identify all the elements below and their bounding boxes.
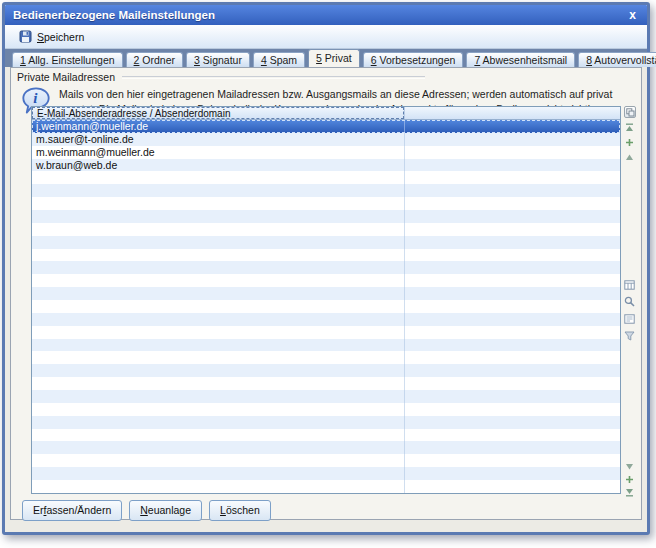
table-row[interactable] bbox=[32, 261, 620, 274]
empty-cell[interactable] bbox=[405, 467, 620, 480]
email-cell[interactable] bbox=[32, 390, 405, 403]
email-cell[interactable] bbox=[32, 261, 405, 274]
table-row[interactable] bbox=[32, 377, 620, 390]
email-cell[interactable] bbox=[32, 210, 405, 223]
table-row[interactable] bbox=[32, 480, 620, 493]
table-icon[interactable] bbox=[624, 279, 635, 290]
empty-cell[interactable] bbox=[405, 146, 620, 159]
search-icon[interactable] bbox=[624, 296, 635, 307]
email-cell[interactable] bbox=[32, 467, 405, 480]
empty-cell[interactable] bbox=[405, 274, 620, 287]
empty-cell[interactable] bbox=[405, 223, 620, 236]
empty-cell[interactable] bbox=[405, 171, 620, 184]
empty-cell[interactable] bbox=[405, 287, 620, 300]
table-row[interactable] bbox=[32, 351, 620, 364]
empty-cell[interactable] bbox=[405, 326, 620, 339]
table-row[interactable] bbox=[32, 416, 620, 429]
tab-6[interactable]: 6 Vorbesetzungen bbox=[363, 52, 464, 67]
table-row[interactable]: m.weinmann@mueller.de bbox=[32, 146, 620, 159]
empty-cell[interactable] bbox=[405, 197, 620, 210]
empty-cell[interactable] bbox=[405, 133, 620, 146]
email-cell[interactable] bbox=[32, 377, 405, 390]
empty-cell[interactable] bbox=[405, 339, 620, 352]
save-button[interactable]: Speichern bbox=[12, 27, 91, 46]
tab-7[interactable]: 7 Abwesenheitsmail bbox=[466, 52, 575, 67]
empty-cell[interactable] bbox=[405, 454, 620, 467]
email-cell[interactable] bbox=[32, 416, 405, 429]
email-cell[interactable] bbox=[32, 339, 405, 352]
email-cell[interactable] bbox=[32, 454, 405, 467]
empty-cell[interactable] bbox=[405, 313, 620, 326]
email-cell[interactable] bbox=[32, 300, 405, 313]
table-row[interactable]: m.sauer@t-online.de bbox=[32, 133, 620, 146]
table-row[interactable] bbox=[32, 403, 620, 416]
loeschen-button[interactable]: Löschen bbox=[209, 500, 271, 521]
scroll-up-icon[interactable] bbox=[624, 152, 635, 163]
table-row[interactable] bbox=[32, 210, 620, 223]
export-icon[interactable] bbox=[624, 313, 635, 324]
empty-cell[interactable] bbox=[405, 184, 620, 197]
email-cell[interactable] bbox=[32, 351, 405, 364]
email-cell[interactable] bbox=[32, 364, 405, 377]
empty-cell[interactable] bbox=[405, 261, 620, 274]
empty-cell[interactable] bbox=[405, 236, 620, 249]
tab-5[interactable]: 5 Privat bbox=[308, 49, 360, 67]
tab-4[interactable]: 4 Spam bbox=[253, 52, 305, 67]
table-row[interactable] bbox=[32, 326, 620, 339]
scroll-up-plus-icon[interactable] bbox=[624, 137, 635, 148]
neuanlage-button[interactable]: Neuanlage bbox=[129, 500, 202, 521]
empty-cell[interactable] bbox=[405, 480, 620, 493]
table-row[interactable] bbox=[32, 339, 620, 352]
empty-cell[interactable] bbox=[405, 300, 620, 313]
empty-cell[interactable] bbox=[405, 249, 620, 262]
table-row[interactable] bbox=[32, 390, 620, 403]
table-row[interactable] bbox=[32, 364, 620, 377]
table-row[interactable] bbox=[32, 429, 620, 442]
filter-icon[interactable] bbox=[624, 330, 635, 341]
table-row[interactable] bbox=[32, 236, 620, 249]
copy-icon[interactable] bbox=[624, 106, 636, 118]
table-row[interactable]: w.braun@web.de bbox=[32, 159, 620, 172]
email-cell[interactable] bbox=[32, 429, 405, 442]
email-cell[interactable] bbox=[32, 441, 405, 454]
empty-cell[interactable] bbox=[405, 377, 620, 390]
scroll-down-icon[interactable] bbox=[624, 461, 635, 472]
close-icon[interactable]: x bbox=[626, 9, 639, 21]
table-row[interactable] bbox=[32, 249, 620, 262]
empty-cell[interactable] bbox=[405, 210, 620, 223]
empty-cell[interactable] bbox=[405, 390, 620, 403]
empty-cell[interactable] bbox=[405, 351, 620, 364]
table-row[interactable] bbox=[32, 313, 620, 326]
email-cell[interactable]: m.weinmann@mueller.de bbox=[32, 146, 405, 159]
email-cell[interactable] bbox=[32, 236, 405, 249]
email-cell[interactable] bbox=[32, 313, 405, 326]
empty-cell[interactable] bbox=[405, 416, 620, 429]
empty-cell[interactable] bbox=[405, 441, 620, 454]
scroll-to-bottom-icon[interactable] bbox=[624, 487, 635, 498]
table-row[interactable] bbox=[32, 441, 620, 454]
empty-cell[interactable] bbox=[405, 120, 620, 133]
email-cell[interactable]: w.braun@web.de bbox=[32, 159, 405, 172]
table-row[interactable] bbox=[32, 197, 620, 210]
email-cell[interactable]: m.sauer@t-online.de bbox=[32, 133, 405, 146]
table-row[interactable] bbox=[32, 287, 620, 300]
empty-cell[interactable] bbox=[405, 429, 620, 442]
email-cell[interactable]: j.weinmann@mueller.de bbox=[32, 120, 405, 133]
table-row[interactable] bbox=[32, 274, 620, 287]
email-cell[interactable] bbox=[32, 403, 405, 416]
empty-cell[interactable] bbox=[405, 364, 620, 377]
table-row[interactable] bbox=[32, 171, 620, 184]
tab-8[interactable]: 8 Autovervollständigung bbox=[578, 52, 656, 67]
scroll-to-top-icon[interactable] bbox=[624, 122, 635, 133]
email-cell[interactable] bbox=[32, 184, 405, 197]
email-cell[interactable] bbox=[32, 480, 405, 493]
tab-1[interactable]: 1 Allg. Einstellungen bbox=[12, 52, 123, 67]
empty-cell[interactable] bbox=[405, 159, 620, 172]
email-cell[interactable] bbox=[32, 326, 405, 339]
table-row[interactable] bbox=[32, 223, 620, 236]
column-header-email[interactable]: E-Mail-Absenderadresse / Absenderdomain bbox=[32, 107, 405, 119]
email-cell[interactable] bbox=[32, 197, 405, 210]
email-cell[interactable] bbox=[32, 287, 405, 300]
table-row[interactable] bbox=[32, 467, 620, 480]
email-cell[interactable] bbox=[32, 171, 405, 184]
